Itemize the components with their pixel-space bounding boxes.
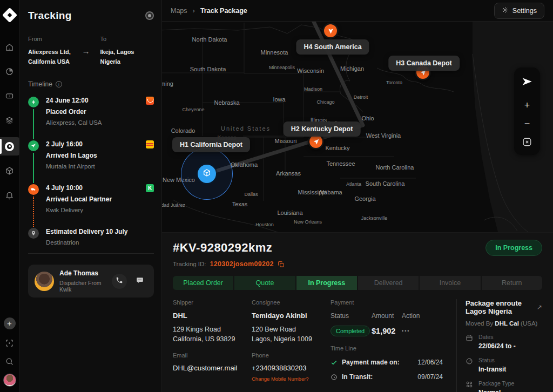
map-canvas[interactable]: WyomingNorth DakotaMinnesotaSouth Dakota… (162, 22, 553, 232)
zoom-in-button[interactable]: + (519, 98, 535, 112)
change-mobile-link[interactable]: Change Mobile Number? (252, 376, 331, 382)
depot-label-h4[interactable]: H4 South America (296, 39, 369, 55)
sidebar-item-tracking[interactable] (0, 137, 19, 156)
depot-label-h2[interactable]: H2 Kentucky Depot (284, 121, 361, 137)
event-time: 24 June 12:00 (46, 97, 139, 104)
call-button[interactable] (112, 274, 127, 289)
chat-icon (136, 276, 144, 286)
zoom-out-button[interactable]: − (519, 117, 535, 131)
to-label: To (100, 36, 154, 42)
sidebar-item-notifications[interactable] (0, 188, 19, 204)
consignee-label: Consignee (252, 299, 331, 306)
tab-quote[interactable]: Quote (234, 276, 295, 290)
sidebar-item-wallet[interactable] (0, 89, 19, 105)
event-title: Placed Order (46, 108, 139, 116)
tracking-target-icon (5, 142, 14, 151)
payment-label: Payment (331, 299, 456, 306)
add-button[interactable]: + (4, 317, 16, 329)
bell-icon (5, 191, 14, 202)
consignee-phone: +2340938830203 (252, 364, 331, 372)
phone-icon (116, 276, 123, 286)
sidebar-item-analytics[interactable] (0, 64, 19, 80)
event-subtitle: Murtala Int Airport (46, 163, 139, 170)
navigation-icon (327, 28, 334, 35)
kwik-logo-badge: K (146, 184, 154, 192)
sidebar-item-package[interactable] (0, 164, 19, 180)
timeline: 24 June 12:00 Placed Order Aliexpress, C… (28, 97, 154, 249)
status-badge[interactable]: In Progress (485, 240, 542, 256)
cube-icon (203, 168, 211, 179)
chat-button[interactable] (132, 274, 147, 289)
depot-label-h3[interactable]: H3 Canada Depot (388, 56, 460, 71)
shipper-label: Shipper (173, 299, 252, 306)
settings-button[interactable]: Settings (494, 3, 544, 19)
truck-dot-icon (28, 184, 39, 195)
shipper-column: Shipper DHL 129 Kings Road California, U… (173, 299, 252, 392)
tracking-id-label: Tracking ID: (173, 261, 206, 267)
user-avatar[interactable] (3, 374, 16, 387)
tab-in-progress[interactable]: In Progress (296, 276, 357, 290)
consignee-column: Consignee Temidayo Akinbi 120 Bew Road L… (252, 299, 331, 392)
arrow-right-icon: → (82, 36, 100, 66)
shipment-number: #KV-9280292kmz (173, 241, 272, 255)
depot-pin-h4[interactable] (322, 23, 339, 39)
dispatcher-card: Ade Thomas Dispatcher From Kwik (28, 265, 154, 298)
plus-dot-icon (28, 97, 39, 107)
plane-dot-icon (28, 140, 39, 151)
slash-circle-icon (466, 357, 473, 365)
timeline-event: 24 June 12:00 Placed Order Aliexpress, C… (28, 97, 154, 140)
payment-amount: $1,902 (372, 327, 402, 335)
timeline-event: 4 July 10:00 Arrived Local Partner Kwik … (28, 184, 154, 228)
dispatcher-name: Ade Thomas (59, 269, 106, 277)
airline-logo-badge (146, 140, 154, 148)
to-value: Ikeja, Lagos Nigeria (100, 47, 154, 66)
fullscreen-icon (522, 135, 532, 149)
tab-return[interactable]: Return (482, 276, 542, 290)
tracking-sidebar: Tracking From Aliexpress Ltd, California… (19, 0, 162, 392)
sidebar-item-home[interactable] (0, 40, 19, 56)
scan-icon (5, 339, 14, 350)
copy-button[interactable] (278, 261, 285, 268)
info-icon[interactable]: i (56, 81, 62, 87)
payment-timeline-row: In Transit: 09/07/24 (331, 373, 443, 381)
package-location-marker[interactable] (198, 165, 216, 183)
scan-button[interactable] (0, 336, 19, 352)
external-arrow-icon[interactable]: ↗ (537, 303, 542, 311)
amount-column-header: Amount (372, 312, 402, 320)
timeline-event: Estimated Delivery 10 July Destinatrion (28, 228, 154, 249)
event-time: 4 July 10:00 (46, 184, 139, 192)
shipper-address: 129 Kings Road California, US 93829 (173, 325, 252, 344)
tracking-app: + Tracking From Aliexpress Ltd, Californ… (0, 0, 553, 392)
sidebar-item-layers[interactable] (0, 113, 19, 129)
search-button[interactable] (0, 354, 19, 370)
enroute-dates-row: Dates 22/06/24 to - (466, 334, 542, 350)
breadcrumb-section[interactable]: Maps (171, 7, 187, 15)
consignee-name: Temidayo Akinbi (252, 312, 331, 320)
timeline-label: Timeline (28, 80, 52, 88)
shipper-name: DHL (173, 312, 252, 320)
event-time: 2 July 16:00 (46, 140, 139, 148)
fullscreen-button[interactable] (519, 135, 535, 149)
event-subtitle: Destinatrion (46, 239, 154, 246)
diamond-logo-icon (4, 10, 15, 21)
recenter-button[interactable] (519, 76, 535, 90)
map-controls: + − (514, 67, 540, 155)
payment-timeline-row: Payment made on: 12/06/24 (331, 359, 443, 366)
enroute-status-row: Status In-transit (466, 357, 542, 373)
depot-label-h1[interactable]: H1 California Depot (172, 137, 250, 152)
tab-invoice[interactable]: Invoice (420, 276, 480, 290)
payment-status-badge: Completed (331, 326, 370, 336)
app-logo (4, 10, 15, 21)
payment-actions-button[interactable]: ••• (402, 328, 456, 334)
gear-icon (502, 6, 509, 15)
divider (28, 253, 154, 254)
send-icon (521, 76, 533, 90)
chevron-right-icon: › (193, 6, 195, 15)
tab-placed-order[interactable]: Placed Order (173, 276, 233, 290)
from-value: Aliexpress Ltd, California USA (28, 47, 82, 66)
status-column-header: Status (331, 312, 372, 320)
package-box-icon (5, 166, 14, 178)
record-icon[interactable] (145, 11, 154, 20)
tab-delivered[interactable]: Delivered (358, 276, 419, 290)
event-subtitle: Kwik Delivery (46, 207, 139, 213)
